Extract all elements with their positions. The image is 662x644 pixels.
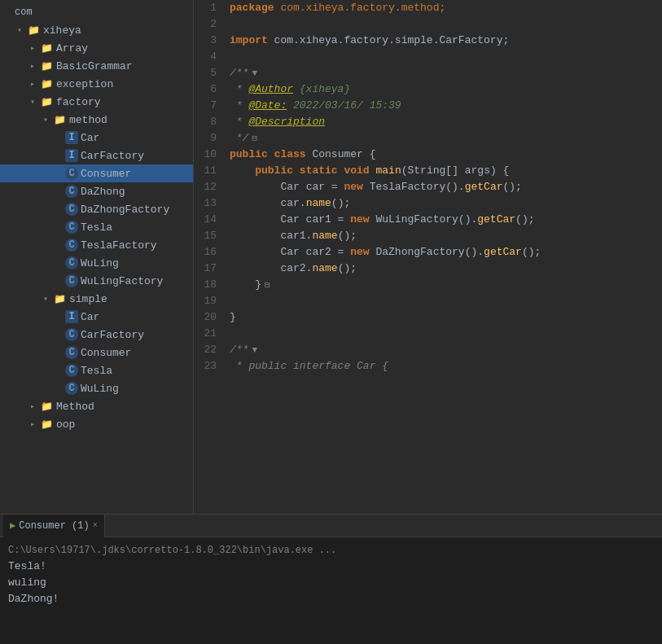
tree-item-BasicGrammar[interactable]: ▸📁BasicGrammar	[0, 57, 193, 75]
line-number-18: 18	[197, 277, 217, 293]
tree-item-Car-m[interactable]: ICar	[0, 129, 193, 147]
tree-arrow[interactable]: ▾	[26, 97, 39, 107]
token: class	[274, 147, 306, 163]
token: TeslaFactory().	[370, 179, 465, 195]
token: getCar	[484, 244, 522, 261]
token: ();	[515, 212, 534, 228]
tree-item-xiheya[interactable]: ▾📁xiheya	[0, 21, 193, 39]
tree-arrow[interactable]: ▸	[26, 61, 39, 71]
tree-arrow[interactable]: ▾	[39, 294, 52, 304]
tree-label: Array	[54, 42, 88, 55]
token: name	[306, 195, 331, 212]
tree-arrow[interactable]: ▾	[13, 25, 26, 35]
fold-icon[interactable]: ⊟	[252, 130, 257, 147]
tree-label: Method	[54, 401, 94, 413]
code-line-19	[230, 293, 655, 309]
terminal-tab-label: Consumer (1)	[19, 520, 89, 532]
token: com.xiheya.factory.method;	[274, 0, 446, 16]
token: *	[230, 81, 248, 98]
class-icon: C	[65, 328, 78, 341]
token: }	[230, 277, 261, 293]
tree-item-Tesla[interactable]: CTesla	[0, 218, 193, 236]
tree-label: method	[67, 114, 107, 126]
tree-item-exception[interactable]: ▸📁exception	[0, 75, 193, 93]
terminal-output-line: wuling	[8, 575, 654, 591]
token: public	[255, 163, 293, 179]
terminal-output: C:\Users\19717\.jdks\corretto-1.8.0_322\…	[0, 537, 662, 644]
tree-item-Consumer-m[interactable]: CConsumer	[0, 164, 193, 182]
file-tree[interactable]: com▾📁xiheya▸📁Array▸📁BasicGrammar▸📁except…	[0, 0, 194, 514]
token	[363, 179, 370, 195]
token: public	[230, 147, 268, 163]
line-number-12: 12	[197, 179, 217, 195]
tree-item-WuLing-s[interactable]: CWuLing	[0, 379, 193, 397]
class-icon: C	[65, 185, 78, 198]
tree-item-method[interactable]: ▾📁method	[0, 111, 193, 129]
tree-arrow[interactable]: ▾	[39, 115, 52, 125]
token: *	[230, 114, 248, 130]
tree-item-Array[interactable]: ▸📁Array	[0, 39, 193, 57]
class-icon: C	[65, 221, 78, 234]
tree-arrow[interactable]: ▸	[26, 401, 39, 411]
class-icon: C	[65, 274, 78, 287]
tree-item-WuLing[interactable]: CWuLing	[0, 254, 193, 272]
line-numbers: 1234567891011121314151617181920212223	[194, 0, 223, 514]
line-number-11: 11	[197, 163, 217, 179]
tree-item-WuLingFactory[interactable]: CWuLingFactory	[0, 272, 193, 290]
tree-arrow[interactable]: ▸	[26, 79, 39, 89]
code-content[interactable]: package com.xiheya.factory.method;import…	[223, 0, 662, 514]
tree-arrow[interactable]: ▸	[26, 43, 39, 53]
tree-label: simple	[67, 293, 107, 305]
folder-icon: 📁	[39, 418, 54, 431]
token: *	[230, 98, 248, 114]
tree-item-DaZhongFactory[interactable]: CDaZhongFactory	[0, 200, 193, 218]
class-icon: C	[65, 364, 78, 377]
tree-label: exception	[54, 78, 113, 90]
tree-item-simple[interactable]: ▾📁simple	[0, 290, 193, 308]
interface-icon: I	[65, 131, 78, 144]
tree-item-Consumer-s[interactable]: CConsumer	[0, 344, 193, 361]
token: */	[230, 130, 248, 147]
code-line-9: ⊟ */⊟	[230, 130, 655, 147]
code-line-14: Car car1 = new WuLingFactory().getCar();	[230, 212, 655, 228]
code-line-6: * @Author {xiheya}	[230, 81, 655, 98]
tree-root[interactable]: com	[0, 3, 193, 21]
line-number-15: 15	[197, 228, 217, 244]
tree-arrow[interactable]: ▸	[26, 419, 39, 429]
class-icon: C	[65, 346, 78, 359]
token	[338, 163, 344, 179]
fold-icon[interactable]: ▼	[252, 342, 257, 358]
tree-label: WuLing	[78, 257, 119, 269]
fold-icon[interactable]: ⊟	[265, 277, 270, 293]
token: @Date:	[248, 98, 287, 114]
tree-item-TeslaFactory[interactable]: CTeslaFactory	[0, 236, 193, 254]
tree-item-factory[interactable]: ▾📁factory	[0, 93, 193, 111]
token: @Author	[248, 81, 293, 98]
token: new	[350, 244, 369, 261]
terminal-tab-close[interactable]: ×	[93, 521, 98, 530]
tree-item-Method[interactable]: ▸📁Method	[0, 397, 193, 415]
token: new	[344, 179, 362, 195]
token	[293, 163, 300, 179]
interface-icon: I	[65, 310, 78, 323]
tree-label: DaZhongFactory	[78, 204, 169, 216]
tree-item-Tesla-s[interactable]: CTesla	[0, 361, 193, 379]
code-line-16: Car car2 = new DaZhongFactory().getCar()…	[230, 244, 655, 261]
tree-item-Car-s[interactable]: ICar	[0, 308, 193, 326]
tree-item-CarFactory-s[interactable]: CCarFactory	[0, 326, 193, 344]
tree-label: xiheya	[41, 24, 81, 37]
terminal-tabs: ▶ Consumer (1) ×	[0, 515, 662, 537]
tree-item-DaZhong[interactable]: CDaZhong	[0, 182, 193, 200]
line-number-5: 5	[197, 65, 217, 81]
class-icon: C	[65, 239, 78, 252]
tree-item-CarFactory-m[interactable]: ICarFactory	[0, 147, 193, 164]
folder-icon: 📁	[39, 42, 54, 55]
tree-label: TeslaFactory	[78, 239, 157, 252]
tree-label: CarFactory	[78, 329, 144, 341]
line-number-23: 23	[197, 358, 217, 375]
terminal-tab-consumer[interactable]: ▶ Consumer (1) ×	[3, 515, 105, 537]
tree-item-oop[interactable]: ▸📁oop	[0, 415, 193, 433]
token: * public interface Car {	[230, 358, 388, 375]
token: ();	[503, 179, 522, 195]
fold-icon[interactable]: ▼	[252, 65, 257, 81]
